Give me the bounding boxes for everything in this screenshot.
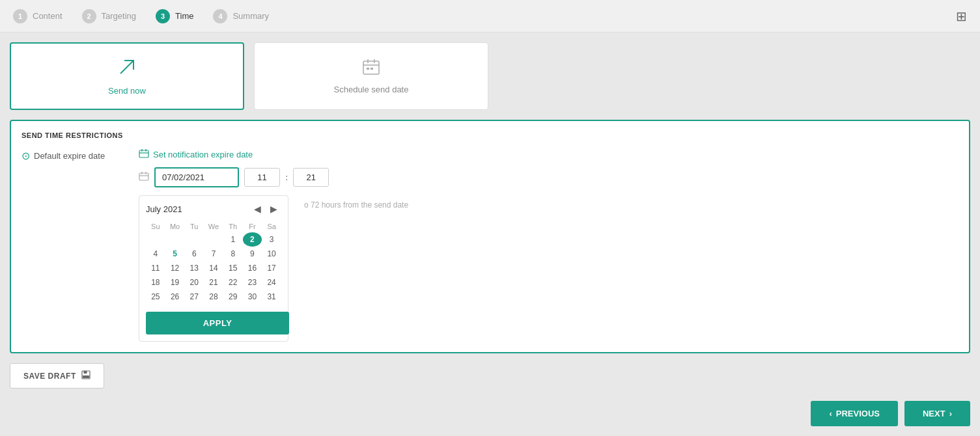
schedule-icon: [362, 58, 380, 81]
day-cell[interactable]: 11: [146, 261, 165, 275]
hours-warning: o 72 hours from the send date: [304, 200, 408, 210]
svg-rect-5: [367, 68, 369, 70]
next-chevron-icon: ›: [949, 409, 952, 418]
svg-rect-6: [371, 68, 373, 70]
next-month-button[interactable]: ▶: [266, 202, 281, 215]
date-field-icon: [139, 171, 149, 184]
day-cell[interactable]: 13: [184, 261, 204, 275]
default-expire-option[interactable]: ⊙ Default expire date: [21, 148, 139, 162]
next-button[interactable]: NEXT ›: [904, 401, 970, 426]
restrictions-title: SEND TIME RESTRICTIONS: [21, 131, 959, 139]
step-4-label: Summary: [232, 11, 269, 21]
svg-rect-16: [83, 371, 87, 374]
save-draft-button[interactable]: SAVE DRAFT: [10, 363, 104, 388]
month-label: July 2021: [146, 204, 182, 214]
step-1-label: Content: [33, 11, 63, 21]
date-input[interactable]: [154, 167, 239, 187]
set-expire-option: Set notification expire date: [139, 148, 959, 342]
weekday-tu: Tu: [184, 221, 204, 232]
step-2-circle: 2: [82, 9, 96, 23]
schedule-card[interactable]: Schedule send date: [254, 42, 488, 110]
day-cell[interactable]: 15: [223, 261, 243, 275]
weekday-th: Th: [223, 221, 243, 232]
set-expire-label-text: Set notification expire date: [153, 150, 253, 159]
hour-input[interactable]: [244, 168, 280, 187]
day-cell[interactable]: 19: [165, 275, 185, 290]
day-cell[interactable]: 23: [243, 275, 262, 290]
table-row: 11 12 13 14 15 16 17: [146, 261, 281, 275]
day-cell[interactable]: 30: [243, 290, 262, 304]
step-targeting[interactable]: 2 Targeting: [82, 9, 136, 23]
calendar-header: July 2021 ◀ ▶: [146, 202, 281, 215]
day-cell[interactable]: 4: [146, 247, 165, 261]
day-cell[interactable]: 1: [223, 232, 243, 247]
previous-button[interactable]: ‹ PREVIOUS: [811, 401, 898, 426]
day-cell[interactable]: 28: [204, 290, 223, 304]
weekday-sa: Sa: [262, 221, 281, 232]
grid-view-icon[interactable]: ⊞: [956, 8, 967, 24]
day-cell[interactable]: 17: [262, 261, 281, 275]
day-cell[interactable]: 22: [223, 275, 243, 290]
day-cell[interactable]: 27: [184, 290, 204, 304]
minute-input[interactable]: [293, 168, 329, 187]
svg-rect-7: [139, 150, 148, 157]
step-3-circle: 3: [156, 9, 170, 23]
check-circle-icon: ⊙: [21, 150, 30, 162]
table-row: 1 2 3: [146, 232, 281, 247]
svg-rect-17: [83, 375, 89, 378]
send-options-row: Send now Schedule send date: [10, 42, 970, 110]
send-now-card[interactable]: Send now: [10, 42, 244, 110]
day-cell[interactable]: 3: [262, 232, 281, 247]
day-cell-today[interactable]: 5: [165, 247, 185, 261]
day-cell[interactable]: 21: [204, 275, 223, 290]
apply-button[interactable]: APPLY: [146, 312, 289, 334]
step-summary[interactable]: 4 Summary: [213, 9, 269, 23]
date-input-row: :: [139, 167, 959, 187]
step-content[interactable]: 1 Content: [13, 9, 63, 23]
day-cell[interactable]: 18: [146, 275, 165, 290]
day-cell[interactable]: 24: [262, 275, 281, 290]
day-cell[interactable]: 29: [223, 290, 243, 304]
top-navigation: 1 Content 2 Targeting 3 Time 4 Summary ⊞: [0, 0, 980, 33]
weekday-we: We: [204, 221, 223, 232]
day-cell[interactable]: 14: [204, 261, 223, 275]
schedule-label: Schedule send date: [334, 85, 409, 94]
day-cell[interactable]: [184, 232, 204, 247]
step-3-label: Time: [175, 11, 193, 21]
day-cell[interactable]: 6: [184, 247, 204, 261]
day-cell[interactable]: [146, 232, 165, 247]
svg-rect-11: [139, 173, 148, 180]
prev-month-button[interactable]: ◀: [250, 202, 265, 215]
step-time[interactable]: 3 Time: [156, 9, 193, 23]
previous-label: PREVIOUS: [836, 409, 880, 418]
step-1-circle: 1: [13, 9, 27, 23]
day-cell-selected[interactable]: 2: [243, 232, 262, 247]
day-cell[interactable]: 31: [262, 290, 281, 304]
set-expire-toggle[interactable]: Set notification expire date: [139, 148, 959, 161]
save-draft-icon: [81, 370, 91, 381]
calendar: July 2021 ◀ ▶ Su Mo: [139, 195, 288, 342]
day-cell[interactable]: 8: [223, 247, 243, 261]
default-expire-label: Default expire date: [34, 151, 105, 161]
calendar-small-icon: [139, 148, 149, 161]
day-cell[interactable]: 16: [243, 261, 262, 275]
day-cell[interactable]: 12: [165, 261, 185, 275]
day-cell[interactable]: 20: [184, 275, 204, 290]
day-cell[interactable]: 10: [262, 247, 281, 261]
day-cell[interactable]: [204, 232, 223, 247]
send-now-icon: [117, 57, 137, 82]
step-2-label: Targeting: [102, 11, 136, 21]
day-cell[interactable]: 26: [165, 290, 185, 304]
table-row: 4 5 6 7 8 9 10: [146, 247, 281, 261]
time-colon: :: [285, 172, 288, 182]
weekday-fr: Fr: [243, 221, 262, 232]
next-label: NEXT: [923, 409, 945, 418]
weekday-su: Su: [146, 221, 165, 232]
table-row: 18 19 20 21 22 23 24: [146, 275, 281, 290]
day-cell[interactable]: 7: [204, 247, 223, 261]
calendar-grid: Su Mo Tu We Th Fr Sa: [146, 221, 281, 304]
day-cell[interactable]: [165, 232, 185, 247]
day-cell[interactable]: 25: [146, 290, 165, 304]
table-row: 25 26 27 28 29 30 31: [146, 290, 281, 304]
day-cell[interactable]: 9: [243, 247, 262, 261]
